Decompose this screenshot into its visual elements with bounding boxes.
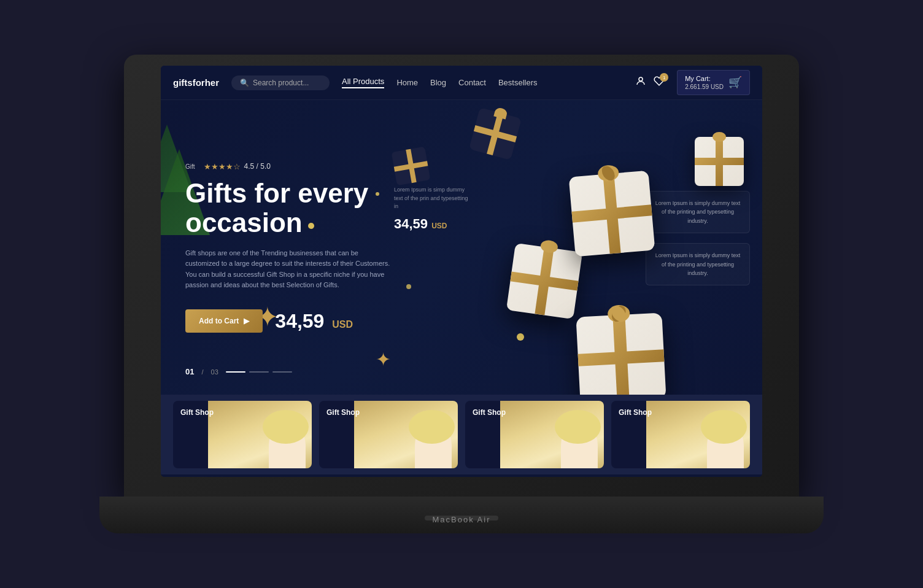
right-lorem-1: Lorem Ipsum is simply dummy text of the …	[654, 199, 742, 225]
hero-rating: Gift ★★★★☆ 4.5 / 5.0	[185, 162, 394, 171]
svg-point-0	[639, 77, 643, 81]
star-ornament-bottom: ✦	[376, 349, 391, 370]
hero-tag: Gift	[185, 163, 195, 170]
wishlist-badge: 1	[660, 73, 668, 82]
nav-home[interactable]: Home	[396, 78, 418, 87]
gift-shop-card-2[interactable]: Gift Shop	[319, 401, 458, 468]
star-icons: ★★★★☆	[204, 162, 241, 171]
gift-shop-label-3: Gift Shop	[473, 408, 506, 417]
search-placeholder: Search product...	[253, 79, 309, 87]
side-currency: USD	[431, 222, 447, 230]
nav-all-products[interactable]: All Products	[342, 77, 384, 88]
cart-icon: 🛒	[728, 75, 742, 89]
right-side-texts: Lorem Ipsum is simply dummy text of the …	[646, 137, 750, 295]
person-silhouette-1	[208, 401, 312, 468]
nav-bestsellers[interactable]: Bestsellers	[498, 78, 538, 87]
nav-contact[interactable]: Contact	[458, 78, 486, 87]
hero-content: Gift ★★★★☆ 4.5 / 5.0 Gifts for every occ…	[161, 144, 419, 351]
right-gift-box	[695, 137, 744, 186]
slide-line-2[interactable]	[249, 371, 269, 373]
slide-separator: /	[201, 368, 203, 376]
gift-shop-label-4: Gift Shop	[619, 408, 652, 417]
gift-box-mid	[506, 243, 582, 319]
hero-description: Gift shops are one of the Trending busin…	[185, 248, 394, 291]
person-silhouette-4	[646, 401, 751, 468]
hero-section: ✦ ✦ Gift	[161, 100, 762, 395]
search-icon: 🔍	[240, 79, 249, 87]
search-bar[interactable]: 🔍 Search product...	[231, 75, 330, 90]
macbook-model-label: MacBook Air	[433, 515, 491, 524]
nav-icons: 1 My Cart: 2.661.59 USD 🛒	[635, 70, 750, 95]
gift-shop-card-4[interactable]: Gift Shop	[611, 401, 750, 468]
gift-box-bottom	[576, 312, 666, 395]
logo: giftsforher	[173, 77, 219, 88]
user-icon-button[interactable]	[635, 75, 646, 89]
gift-shop-card-1[interactable]: Gift Shop	[173, 401, 312, 468]
bottom-cards-section: Gift Shop Gift Shop	[161, 395, 762, 474]
gift-box-top	[569, 171, 655, 257]
gift-shop-label-2: Gift Shop	[326, 408, 360, 417]
gift-shop-card-3[interactable]: Gift Shop	[465, 401, 604, 468]
slide-current: 01	[185, 367, 194, 376]
right-lorem-2: Lorem Ipsum is simply dummy text of the …	[654, 251, 742, 277]
add-to-cart-button[interactable]: Add to Cart ▶	[185, 309, 263, 333]
slide-lines	[226, 371, 292, 373]
right-text-block-1: Lorem Ipsum is simply dummy text of the …	[646, 191, 750, 233]
gift-shop-label-1: Gift Shop	[180, 408, 214, 417]
hero-actions: Add to Cart ▶ 34,59 USD	[185, 309, 394, 333]
slide-indicator: 01 / 03	[185, 367, 292, 376]
hero-title: Gifts for every occasion	[185, 179, 394, 238]
wishlist-icon-button[interactable]: 1	[654, 75, 665, 89]
navbar: giftsforher 🔍 Search product... All Prod…	[161, 66, 762, 100]
person-silhouette-2	[354, 401, 458, 468]
cart-text: My Cart: 2.661.59 USD	[685, 74, 724, 91]
arrow-icon: ▶	[244, 317, 249, 325]
slide-line-3[interactable]	[272, 371, 292, 373]
currency-label: USD	[332, 319, 353, 330]
rating-value: 4.5 / 5.0	[244, 162, 271, 171]
nav-blog[interactable]: Blog	[430, 78, 446, 87]
slide-total: 03	[211, 368, 218, 376]
right-text-block-2: Lorem Ipsum is simply dummy text of the …	[646, 243, 750, 285]
cart-button[interactable]: My Cart: 2.661.59 USD 🛒	[677, 70, 750, 95]
person-silhouette-3	[500, 401, 604, 468]
hero-price: 34,59 USD	[275, 310, 353, 333]
slide-line-1[interactable]	[226, 371, 245, 373]
nav-links: All Products Home Blog Contact Bestselle…	[342, 77, 635, 88]
